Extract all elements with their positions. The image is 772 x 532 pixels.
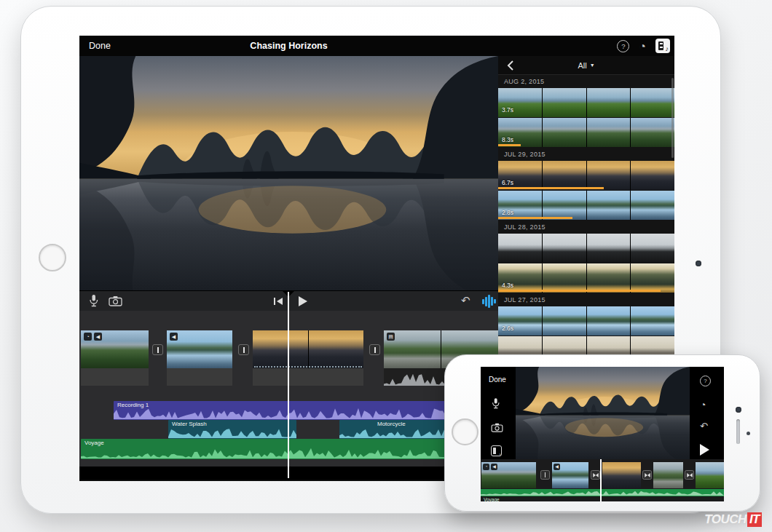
clip-duration: 6.7s [502,179,513,186]
audio-track-recording[interactable]: Recording 1 [114,401,498,420]
music-note-glyph: ♪ [499,452,502,457]
muted-speaker-icon: ◀ [491,464,497,470]
sunset-lake-frame [516,367,690,459]
sunset-lake-frame [79,56,498,290]
clip-audio-strip [167,368,232,386]
timeline-clip-mountain-road[interactable] [653,462,683,488]
track-name: Voyage [84,440,104,446]
used-indicator [498,290,661,292]
done-button[interactable]: Done [89,41,111,51]
track-name: Voyage [484,497,500,501]
clip-duration: 3.7s [502,106,513,114]
used-indicator [498,217,572,219]
video-preview[interactable] [79,56,498,290]
photo-icon: ▤ [387,333,395,341]
library-header: All ▼ [498,56,674,75]
done-button[interactable]: Done [489,376,506,384]
help-icon[interactable]: ? [700,376,711,386]
transition-none-button[interactable] [369,344,380,355]
transition-none-button[interactable] [152,344,163,355]
timeline-clip-green-hills[interactable] [696,462,724,488]
media-library-icon[interactable]: ♪ [491,445,502,456]
library-clip[interactable]: 6.7s [498,161,674,190]
audio-track-voyage[interactable]: Voyage [81,439,498,459]
left-bar: Done ♪ [481,367,516,459]
ipad-home-button [39,244,66,271]
project-title: Chasing Horizons [79,41,498,51]
music-note-glyph: ♪ [666,45,669,52]
desk-background: Done Chasing Horizons ? ◔ ♪ [0,0,772,532]
audio-levels-icon[interactable] [482,294,496,309]
camera-icon[interactable] [491,422,503,435]
transition-none-button[interactable] [540,470,550,480]
timeline-clip-green-valley[interactable]: ◔ ◀ [481,462,536,488]
date-header: AUG 2, 2015 [498,75,674,88]
play-icon[interactable] [299,296,307,306]
library-clip[interactable]: 2.6s [498,306,674,336]
transition-dissolve-button[interactable] [642,470,652,480]
touchit-watermark: TOUCH IT [704,512,762,527]
clip-duration: 4.3s [502,282,513,289]
skip-to-start-icon[interactable] [272,296,284,309]
date-header: JUL 28, 2015 [498,221,674,234]
settings-icon[interactable]: ◔ [639,40,646,52]
filmstrip-glyph [493,448,496,454]
track-name: Motorcycle [377,421,406,427]
filter-dropdown[interactable]: All ▼ [578,61,594,70]
library-clip[interactable]: 2.8s [498,191,674,220]
timeline[interactable]: ◔ ◀ ◀ Voyage [481,459,724,501]
imovie-iphone-screen: Done ♪ ? ◔ ↶ [481,367,724,501]
iphone-home-button [452,418,478,445]
iphone-device: Done ♪ ? ◔ ↶ [444,354,760,512]
muted-speaker-icon: ◀ [170,333,178,341]
play-icon[interactable] [700,444,709,456]
playhead[interactable] [288,292,289,478]
timeline-clip-lake-pyramid[interactable]: ◀ [552,462,588,488]
undo-icon[interactable]: ↶ [461,293,470,308]
library-clip[interactable]: 3.7s [498,88,674,117]
clip-audio-strip [253,368,363,386]
watermark-badge: IT [747,512,762,527]
library-clip[interactable]: 4.3s [498,263,674,293]
video-preview[interactable] [516,367,690,459]
right-bar: ? ◔ ↶ [690,367,724,459]
microphone-icon[interactable] [88,294,99,311]
help-icon[interactable]: ? [617,40,629,52]
microphone-icon[interactable] [491,397,500,413]
speed-icon: ◔ [84,333,92,341]
timeline-clip-sunset-lake[interactable] [253,330,363,368]
audio-track-water-splash[interactable]: Water Splash [168,420,296,439]
watermark-text: TOUCH [704,512,747,527]
back-chevron-icon[interactable] [505,60,517,71]
speed-icon: ◔ [483,464,489,470]
timeline-clip-sunset-lake[interactable] [602,462,641,488]
library-clip[interactable]: 8.3s [498,118,674,147]
transition-dissolve-button[interactable] [591,470,600,480]
muted-speaker-icon: ◀ [554,464,560,470]
library-clip[interactable] [498,234,674,263]
clip-duration: 2.6s [502,325,513,332]
transition-none-button[interactable] [238,344,249,355]
undo-icon[interactable]: ↶ [700,419,708,434]
library-scrollbar[interactable] [671,78,674,158]
timeline-clip-green-valley[interactable]: ◔ ◀ [81,330,149,368]
clip-audio-strip [81,368,149,386]
playhead[interactable] [600,459,602,501]
audio-track-voyage[interactable] [481,489,724,496]
clip-duration: 2.8s [502,209,513,216]
timeline-clip-lake-pyramid[interactable]: ◀ [167,330,232,368]
iphone-camera [736,407,741,413]
date-header: JUL 29, 2015 [498,148,674,161]
used-indicator [498,144,521,146]
clip-duration: 8.3s [502,136,513,143]
iphone-speaker [736,419,740,444]
date-header: JUL 27, 2015 [498,293,674,306]
settings-icon[interactable]: ◔ [700,399,706,411]
ipad-camera [696,261,701,266]
transition-dissolve-button[interactable] [685,470,694,480]
camera-icon[interactable] [109,295,122,309]
audio-detached-indicator [254,366,362,368]
chevron-down-icon: ▼ [590,63,595,68]
iphone-sensor [747,432,750,435]
media-library-icon[interactable]: ♪ [655,39,670,53]
